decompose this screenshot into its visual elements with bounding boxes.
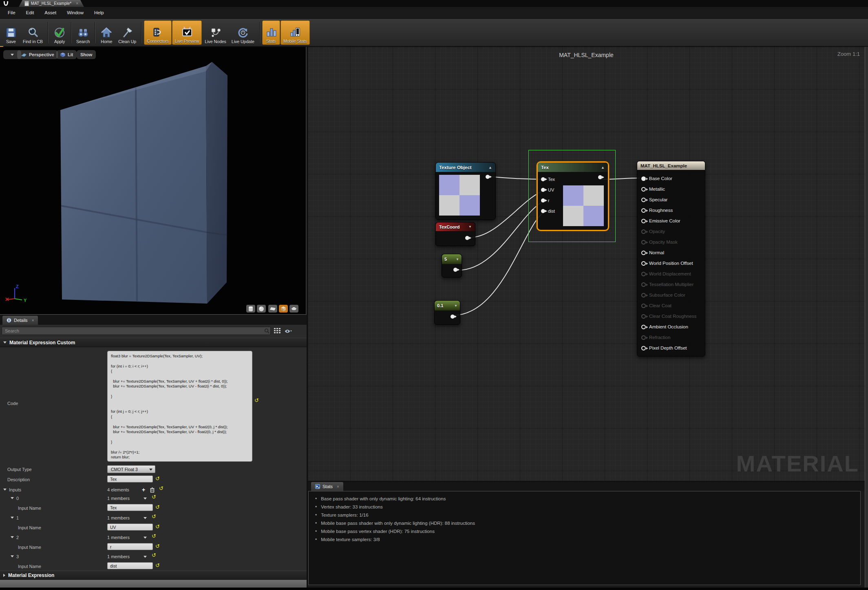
field-reset-icon[interactable]: ↺ [155,504,160,511]
dropdown-caret-icon[interactable]: ▼ [454,304,457,308]
live-nodes-button[interactable]: Live Nodes [202,20,229,45]
save-button[interactable]: Save [2,20,20,45]
roughness-pin[interactable] [641,208,646,213]
r-input-pin[interactable] [541,198,545,203]
input-name-field[interactable] [107,562,153,569]
preview-viewport[interactable]: Perspective Lit Show Z Y [0,47,307,315]
collapse-icon[interactable]: ▲ [488,165,492,170]
add-element-icon[interactable]: + [142,485,145,494]
node-tex-custom[interactable]: Tex ▲ Tex UV r dist [537,161,609,231]
inputs-reset-icon[interactable]: ↺ [159,485,163,492]
section-material-expression-custom[interactable]: Material Expression Custom [0,338,307,347]
emissive-color-pin[interactable] [641,219,646,223]
input-name-field[interactable] [107,504,153,511]
code-editor[interactable]: float3 blur = Texture2DSample(Tex, TexSa… [107,351,252,462]
menu-window[interactable]: Window [62,7,89,18]
trash-icon[interactable] [150,487,155,493]
members-caret-icon[interactable] [144,556,147,558]
lit-button[interactable]: Lit [56,50,77,59]
stats-button[interactable]: Stats [262,20,280,45]
element-reset-icon[interactable]: ↺ [152,552,156,559]
node-constant-r-header[interactable]: 5 ▼ [442,254,462,264]
output-type-dropdown[interactable]: CMOT Float 3 [107,465,155,473]
element-reset-icon[interactable]: ↺ [152,494,156,500]
texture-object-output-pin[interactable] [486,175,490,179]
node-material-result[interactable]: MAT_HLSL_Example Base Color Metallic Spe… [637,161,705,357]
base-color-pin[interactable] [641,176,646,181]
eye-filter-icon[interactable] [285,329,292,334]
tex-input-pin[interactable] [541,177,545,181]
menu-asset[interactable]: Asset [39,7,62,18]
code-reset-icon[interactable]: ↺ [254,397,259,404]
world-position-offset-pin[interactable] [641,261,646,266]
dropdown-caret-icon[interactable]: ▼ [456,258,459,261]
preview-shape-cube-button[interactable] [279,305,288,313]
element-expand-icon[interactable] [11,555,14,557]
menu-help[interactable]: Help [89,7,109,18]
live-update-button[interactable]: Live Update [229,20,257,45]
show-button[interactable]: Show [77,50,96,59]
specular-pin[interactable] [641,198,646,202]
node-constant-dist[interactable]: 0.1 ▼ [434,300,460,325]
preview-shape-plane-button[interactable] [268,305,277,313]
preview-shape-cylinder-button[interactable] [246,305,255,313]
collapse-icon[interactable]: ▲ [601,165,605,170]
members-caret-icon[interactable] [144,498,147,500]
dist-input-pin[interactable] [541,209,545,213]
connectors-button[interactable]: Connectors [144,20,172,45]
element-reset-icon[interactable]: ↺ [152,533,156,539]
node-material-result-header[interactable]: MAT_HLSL_Example [637,161,705,170]
input-name-field[interactable] [107,524,153,531]
element-reset-icon[interactable]: ↺ [152,513,156,520]
details-tab[interactable]: Details × [2,316,38,325]
perspective-button[interactable]: Perspective [17,50,58,59]
find-in-cb-button[interactable]: Find in CB [20,20,45,45]
texcoord-output-pin[interactable] [465,236,469,240]
inputs-expand-icon[interactable] [3,489,7,491]
description-reset-icon[interactable]: ↺ [155,476,160,482]
field-reset-icon[interactable]: ↺ [155,524,160,530]
field-reset-icon[interactable]: ↺ [155,543,160,550]
members-caret-icon[interactable] [144,537,147,539]
menu-edit[interactable]: Edit [21,7,40,18]
preview-shape-teapot-button[interactable] [289,305,298,313]
node-texcoord[interactable]: TexCoord ▼ [435,222,475,246]
section-material-expression[interactable]: Material Expression [0,570,307,580]
normal-pin[interactable] [641,251,646,255]
material-graph-canvas[interactable]: MAT_HLSL_Example Zoom 1:1 MATERIAL Textu… [308,47,865,481]
pixel-depth-offset-pin[interactable] [641,346,646,350]
apply-button[interactable]: Apply [51,20,68,45]
tab-close-icon[interactable]: × [76,1,78,6]
element-expand-icon[interactable] [11,536,14,538]
search-input[interactable] [2,327,271,335]
preview-shape-sphere-button[interactable] [257,305,266,313]
search-button[interactable]: Search [74,20,92,45]
element-expand-icon[interactable] [11,497,14,499]
home-button[interactable]: Home [97,20,115,45]
tex-output-pin[interactable] [598,175,602,179]
node-tex-header[interactable]: Tex ▲ [538,163,608,172]
menu-file[interactable]: File [2,7,21,18]
stats-close-icon[interactable]: × [337,484,339,489]
constant-dist-output-pin[interactable] [451,315,455,319]
constant-r-output-pin[interactable] [453,268,457,272]
clean-up-button[interactable]: Clean Up [116,20,139,45]
description-field[interactable] [107,476,153,482]
uv-input-pin[interactable] [541,188,545,192]
node-texture-object-header[interactable]: Texture Object ▲ [436,163,495,172]
members-caret-icon[interactable] [144,517,147,519]
node-texture-object[interactable]: Texture Object ▲ [435,162,496,220]
asset-tab[interactable]: MAT_HLSL_Example* × [19,0,84,7]
node-constant-dist-header[interactable]: 0.1 ▼ [435,301,460,310]
dropdown-caret-icon[interactable]: ▼ [468,225,472,229]
element-expand-icon[interactable] [11,517,14,519]
mobile-stats-button[interactable]: Mobile Stats [280,20,310,45]
node-texcoord-header[interactable]: TexCoord ▼ [436,222,475,231]
metallic-pin[interactable] [641,187,646,192]
input-name-field[interactable] [107,543,153,550]
live-preview-button[interactable]: Live Preview [172,20,202,45]
stats-tab[interactable]: Stats × [311,482,343,491]
grid-view-icon[interactable] [274,328,280,334]
node-constant-r[interactable]: 5 ▼ [442,254,462,277]
details-close-icon[interactable]: × [32,318,34,323]
